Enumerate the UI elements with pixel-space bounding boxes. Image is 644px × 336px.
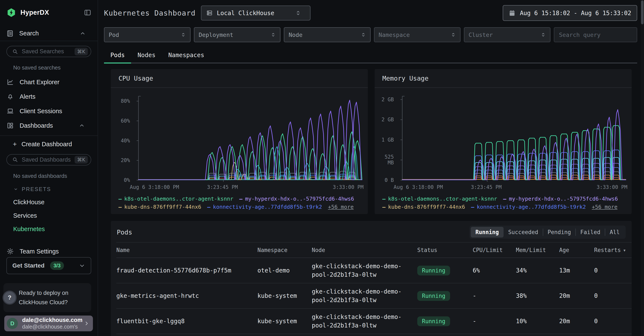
status-filter-all[interactable]: All — [605, 227, 624, 237]
chart-title: Memory Usage — [382, 75, 428, 82]
status-filter-succeeded[interactable]: Succeeded — [504, 227, 543, 237]
filter-select-deployment[interactable]: Deployment — [194, 27, 280, 42]
sidebar-item-dashboards[interactable]: Dashboards — [0, 118, 98, 133]
column-header-name[interactable]: Name — [116, 247, 258, 253]
tab-bar: PodsNodesNamespaces — [104, 47, 637, 64]
legend-row: —kube-dns-876ff9ff7-44nx6—konnectivity-a… — [118, 203, 363, 211]
legend-row: —kube-dns-876ff9ff7-44nx6—konnectivity-a… — [382, 203, 626, 211]
create-dashboard-label: Create Dashboard — [22, 141, 72, 148]
chart-plot — [400, 95, 627, 182]
y-axis: 0 B525 MB1 GB2 GB2 GB — [375, 95, 396, 182]
cloud-promo-card[interactable]: ? Ready to deploy on ClickHouse Cloud? — [6, 283, 91, 312]
chart-plot — [136, 95, 363, 182]
help-bubble-icon[interactable]: ? — [2, 290, 16, 305]
sidebar-nav: Chart Explorer Alerts Client Sessions Da… — [0, 75, 98, 133]
sidebar-collapse-button[interactable] — [84, 9, 91, 16]
nav-label: Chart Explorer — [20, 79, 60, 86]
cell-age: 13m — [559, 267, 594, 274]
cell-restarts: 0 — [594, 292, 632, 299]
column-header-age[interactable]: Age — [559, 247, 594, 253]
column-header-mem-limit[interactable]: Mem/Limit — [516, 247, 559, 253]
sidebar-item-team-settings[interactable]: Team Settings — [0, 246, 98, 257]
tab-pods[interactable]: Pods — [104, 47, 131, 63]
x-axis-label-end: 3:33:00 PM — [597, 184, 628, 190]
sidebar-item-search[interactable]: Search — [0, 29, 98, 38]
get-started-button[interactable]: Get Started 3/3 — [6, 257, 91, 274]
legend-more-link[interactable]: +56 more — [592, 203, 617, 211]
chevron-up-icon — [80, 31, 86, 37]
divider — [0, 41, 98, 41]
legend-more-link[interactable]: +56 more — [328, 203, 354, 211]
x-axis: Aug 6 3:18:00 PM 3:23:45 PM 3:33:00 PM — [136, 184, 363, 191]
x-axis-label-mid: 3:23:45 PM — [207, 184, 238, 190]
column-header-status[interactable]: Status — [417, 247, 473, 253]
date-range-picker[interactable]: Aug 6 15:18:02 - Aug 6 15:33:02 — [503, 5, 637, 21]
status-filter-failed[interactable]: Failed — [576, 227, 605, 237]
cell-age: 20m — [559, 318, 594, 325]
sidebar-preset-clickhouse[interactable]: ClickHouse — [13, 199, 98, 206]
filter-select-pod[interactable]: Pod — [104, 27, 190, 42]
cell-name: gke-metrics-agent-hrwtc — [116, 292, 258, 299]
column-header-namespace[interactable]: Namespace — [258, 247, 312, 253]
table-row[interactable]: fraud-detection-55776d678b-p7f5motel-dem… — [116, 258, 632, 283]
cell-cpu-limit: - — [473, 292, 516, 299]
sidebar-preset-services[interactable]: Services — [13, 212, 98, 219]
column-header-restarts[interactable]: Restarts▾ — [594, 247, 632, 253]
pods-table: NameNamespaceNodeStatusCPU/LimitMem/Limi… — [111, 242, 632, 336]
presets-toggle[interactable]: PRESETS — [13, 186, 98, 192]
user-menu[interactable]: D dale@clickhouse.com dale@clickhouse.co… — [4, 315, 93, 331]
sidebar-item-alerts[interactable]: Alerts — [0, 89, 98, 104]
status-filter-running[interactable]: Running — [471, 227, 504, 237]
no-saved-dashboards-note: No saved dashboards — [13, 173, 98, 179]
cell-namespace: kube-system — [258, 292, 312, 299]
scrollbar-thumb[interactable] — [641, 1, 644, 24]
column-header-cpu-limit[interactable]: CPU/Limit — [473, 247, 516, 253]
search-section-icon — [6, 30, 14, 37]
search-icon — [12, 48, 18, 55]
table-row[interactable]: gke-metrics-agent-hrwtckube-systemgke-cl… — [116, 283, 632, 309]
chart-legend: —k8s-otel-daemons..ctor-agent-ksnnr—my-h… — [118, 195, 363, 211]
search-query-input[interactable] — [554, 27, 637, 42]
saved-searches-input[interactable]: Saved Searches ⌘K — [6, 46, 91, 57]
cell-name: fraud-detection-55776d678b-p7f5m — [116, 267, 258, 274]
y-axis-label: 525 MB — [375, 154, 394, 166]
sidebar-preset-kubernetes[interactable]: Kubernetes — [13, 226, 98, 233]
chart-legend: —k8s-otel-daemons..ctor-agent-ksnnr—my-h… — [382, 195, 626, 211]
user-team: dale@clickhouse.com's — [22, 323, 82, 330]
legend-swatch: — — [118, 195, 122, 203]
tab-nodes[interactable]: Nodes — [131, 47, 162, 63]
legend-row: —k8s-otel-daemons..ctor-agent-ksnnr—my-h… — [382, 195, 626, 203]
saved-dashboards-input[interactable]: Saved Dashboards ⌘K — [6, 154, 91, 165]
promo-line-2: ClickHouse Cloud? — [19, 298, 88, 307]
dashboard-content: CPU Usage 0%20%40%60%80% Aug 6 3:18:00 P… — [111, 69, 632, 336]
cell-mem-limit: 34% — [516, 267, 559, 274]
sidebar-item-client-sessions[interactable]: Client Sessions — [0, 104, 98, 118]
pods-panel-title: Pods — [117, 229, 132, 236]
status-filter-pending[interactable]: Pending — [543, 227, 576, 237]
cell-status: Running — [417, 266, 473, 275]
create-dashboard-button[interactable]: + Create Dashboard — [0, 139, 98, 149]
column-header-node[interactable]: Node — [312, 247, 417, 253]
get-started-label: Get Started — [12, 262, 44, 269]
table-row[interactable]: fluentbit-gke-lggq8kube-systemgke-clicks… — [116, 309, 632, 334]
cell-mem-limit: 10% — [516, 318, 559, 325]
filter-select-label: Cluster — [468, 32, 493, 38]
cell-age: 20m — [559, 292, 594, 299]
sidebar-item-chart-explorer[interactable]: Chart Explorer — [0, 75, 98, 89]
datasource-select[interactable]: Local ClickHouse — [201, 6, 310, 21]
filter-select-cluster[interactable]: Cluster — [464, 27, 550, 42]
filter-select-label: Namespace — [379, 32, 410, 38]
status-filter-group: RunningSucceededPendingFailedAll — [470, 226, 626, 239]
sort-caret-icon: ▾ — [623, 247, 626, 253]
cell-namespace: otel-demo — [258, 267, 312, 274]
scrollbar-track[interactable] — [640, 0, 644, 336]
laptop-icon — [6, 107, 14, 115]
filter-select-node[interactable]: Node — [284, 27, 370, 42]
filter-select-namespace[interactable]: Namespace — [374, 27, 460, 42]
tab-namespaces[interactable]: Namespaces — [162, 47, 211, 63]
chart-card: CPU Usage 0%20%40%60%80% Aug 6 3:18:00 P… — [111, 69, 368, 214]
table-header-row: NameNamespaceNodeStatusCPU/LimitMem/Limi… — [116, 242, 632, 258]
server-icon — [206, 10, 213, 17]
chevron-right-icon — [84, 320, 90, 326]
table-row[interactable]: gke-clickstack-demo-demo- — [116, 334, 632, 336]
